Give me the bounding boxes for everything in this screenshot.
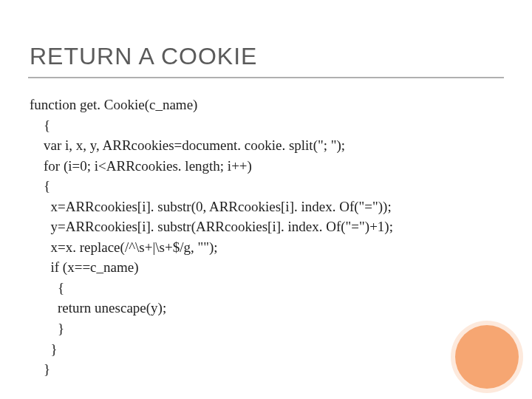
code-block: function get. Cookie(c_name) { var i, x,… bbox=[30, 95, 502, 380]
slide-title: RETURN A COOKIE bbox=[30, 43, 257, 70]
code-line: var i, x, y, ARRcookies=document. cookie… bbox=[30, 137, 345, 153]
code-line: { bbox=[30, 178, 50, 194]
title-divider bbox=[28, 77, 504, 78]
code-line: { bbox=[30, 280, 64, 296]
code-line: return unescape(y); bbox=[30, 300, 166, 316]
slide: RETURN A COOKIE function get. Cookie(c_n… bbox=[0, 0, 532, 399]
code-line: } bbox=[30, 361, 50, 377]
code-line: function get. Cookie(c_name) bbox=[30, 97, 197, 112]
code-line: if (x==c_name) bbox=[30, 259, 139, 275]
code-line: x=x. replace(/^\s+|\s+$/g, ""); bbox=[30, 239, 218, 255]
code-line: for (i=0; i<ARRcookies. length; i++) bbox=[30, 158, 252, 174]
code-line: y=ARRcookies[i]. substr(ARRcookies[i]. i… bbox=[30, 219, 393, 234]
code-line: { bbox=[30, 117, 50, 133]
code-line: } bbox=[30, 341, 58, 357]
code-line: x=ARRcookies[i]. substr(0, ARRcookies[i]… bbox=[30, 199, 392, 214]
decorative-circle bbox=[455, 325, 519, 389]
code-line: } bbox=[30, 321, 64, 336]
